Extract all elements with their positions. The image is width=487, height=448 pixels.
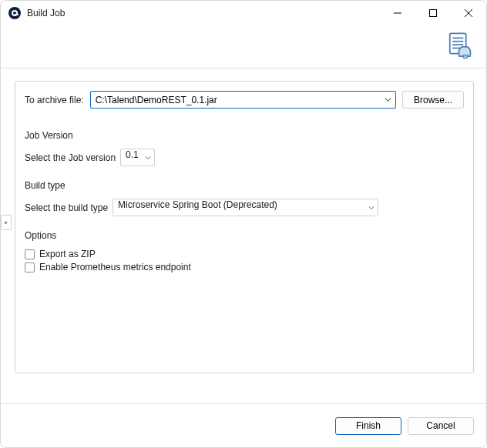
dialog-footer: Finish Cancel — [1, 403, 486, 447]
archive-file-input[interactable] — [90, 91, 396, 109]
minimize-button[interactable] — [380, 1, 415, 25]
archive-label: To archive file: — [25, 95, 84, 105]
job-version-value: 0.1 — [126, 149, 139, 160]
build-type-section: Build type Select the build type Microse… — [25, 180, 464, 216]
job-version-label: Select the Job version — [25, 152, 116, 163]
titlebar: Build Job — [1, 1, 486, 25]
browse-button[interactable]: Browse... — [402, 91, 464, 109]
prometheus-label: Enable Prometheus metrics endpoint — [39, 262, 191, 272]
banner — [1, 25, 486, 69]
settings-panel: To archive file: Browse... Job Version S… — [15, 81, 474, 373]
options-section: Options Export as ZIP Enable Prometheus … — [25, 230, 464, 272]
build-type-select[interactable]: Microservice Spring Boot (Deprecated) — [113, 199, 378, 216]
export-archive-icon — [443, 29, 475, 64]
build-type-label: Select the build type — [25, 202, 108, 213]
job-version-title: Job Version — [25, 130, 464, 141]
expand-handle[interactable]: ‣ — [1, 215, 12, 230]
job-version-select[interactable]: 0.1 — [120, 149, 155, 166]
window-title: Build Job — [27, 8, 65, 18]
export-zip-label: Export as ZIP — [39, 249, 96, 259]
chevron-right-icon: ‣ — [4, 219, 8, 227]
svg-rect-1 — [430, 10, 437, 17]
svg-rect-9 — [463, 55, 467, 58]
app-icon — [8, 7, 21, 19]
job-version-section: Job Version Select the Job version 0.1 — [25, 130, 464, 166]
options-title: Options — [25, 230, 464, 241]
dialog-window: Build Job ‣ — [0, 0, 487, 448]
archive-row: To archive file: Browse... — [25, 91, 464, 109]
finish-button[interactable]: Finish — [335, 417, 401, 435]
dialog-body: ‣ To archive file: Browse... Job Version… — [1, 69, 486, 403]
prometheus-checkbox[interactable] — [25, 262, 35, 272]
build-type-title: Build type — [25, 180, 464, 191]
cancel-button[interactable]: Cancel — [408, 417, 474, 435]
maximize-button[interactable] — [415, 1, 451, 25]
build-type-value: Microservice Spring Boot (Deprecated) — [118, 199, 277, 210]
export-zip-checkbox[interactable] — [25, 249, 35, 259]
close-button[interactable] — [451, 1, 486, 25]
